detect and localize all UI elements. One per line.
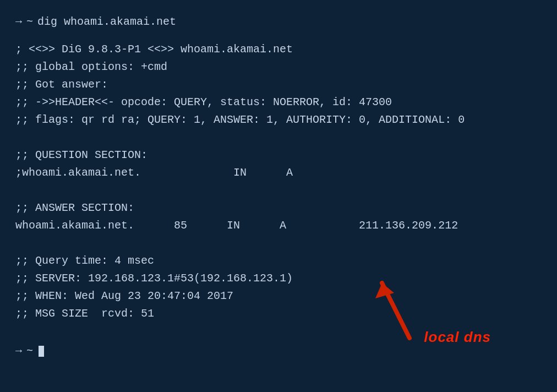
prompt-arrow-icon: → bbox=[15, 13, 22, 31]
dig-output: ; <<>> DiG 9.8.3-P1 <<>> whoami.akamai.n… bbox=[15, 41, 542, 323]
output-line-10: ;; ANSWER SECTION: bbox=[15, 199, 542, 217]
output-line-14: ;; SERVER: 192.168.123.1#53(192.168.123.… bbox=[15, 270, 542, 287]
output-line-2: ;; global options: +cmd bbox=[15, 58, 542, 76]
second-prompt-arrow-icon: → bbox=[15, 342, 22, 360]
annotation-arrow bbox=[371, 266, 421, 344]
svg-marker-1 bbox=[375, 283, 394, 298]
second-prompt-tilde: ~ bbox=[26, 342, 33, 360]
command-text: dig whoami.akamai.net bbox=[37, 13, 176, 31]
blank-line-2 bbox=[15, 182, 542, 199]
blank-line-1 bbox=[15, 129, 542, 146]
output-line-15: ;; WHEN: Wed Aug 23 20:47:04 2017 bbox=[15, 287, 542, 305]
terminal-window: → ~ dig whoami.akamai.net ; <<>> DiG 9.8… bbox=[0, 0, 557, 392]
output-line-5: ;; flags: qr rd ra; QUERY: 1, ANSWER: 1,… bbox=[15, 111, 542, 129]
output-line-13: ;; Query time: 4 msec bbox=[15, 252, 542, 270]
terminal-cursor bbox=[39, 346, 44, 357]
output-line-16: ;; MSG SIZE rcvd: 51 bbox=[15, 305, 542, 323]
output-line-1: ; <<>> DiG 9.8.3-P1 <<>> whoami.akamai.n… bbox=[15, 41, 542, 58]
blank-line-3 bbox=[15, 235, 542, 252]
prompt-tilde: ~ bbox=[26, 13, 33, 31]
output-line-3: ;; Got answer: bbox=[15, 76, 542, 94]
local-dns-annotation: local dns bbox=[424, 326, 491, 349]
output-line-4: ;; ->>HEADER<<- opcode: QUERY, status: N… bbox=[15, 94, 542, 111]
output-line-11: whoami.akamai.net. 85 IN A 211.136.209.2… bbox=[15, 217, 542, 235]
output-line-7: ;; QUESTION SECTION: bbox=[15, 146, 542, 164]
command-prompt-line: → ~ dig whoami.akamai.net bbox=[15, 13, 542, 31]
output-line-8: ;whoami.akamai.net. IN A bbox=[15, 164, 542, 182]
